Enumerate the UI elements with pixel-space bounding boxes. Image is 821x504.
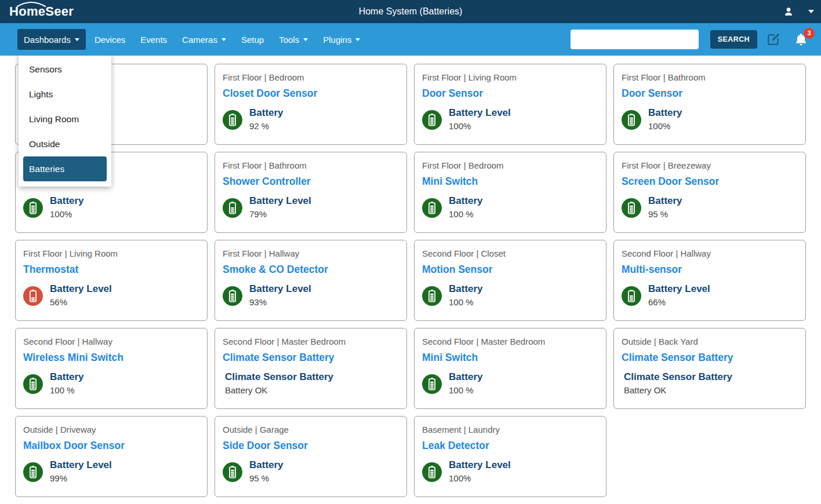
battery-icon (223, 286, 242, 306)
search-button[interactable]: SEARCH (710, 30, 757, 49)
device-card[interactable]: First Floor | Breezeway Screen Door Sens… (613, 152, 806, 233)
battery-value: Battery OK (624, 385, 732, 397)
battery-icon (622, 198, 641, 218)
nav-item-devices[interactable]: Devices (88, 29, 132, 50)
device-card[interactable]: Second Floor | Hallway Multi-sensor Batt… (613, 240, 806, 321)
user-account-icon[interactable] (783, 6, 794, 17)
battery-label: Battery Level (449, 107, 511, 120)
battery-icon (223, 110, 242, 130)
nav-item-label: Setup (241, 35, 264, 45)
device-card[interactable]: First Floor | Hallway Smoke & CO Detecto… (215, 240, 407, 321)
nav-item-label: Tools (279, 35, 299, 45)
device-name[interactable]: Mini Switch (422, 176, 599, 189)
device-card[interactable]: Second Floor | Master Bedroom Climate Se… (215, 328, 407, 409)
battery-status-row: Climate Sensor Battery Battery OK (223, 371, 399, 397)
device-location: Second Floor | Master Bedroom (422, 337, 599, 348)
device-location: Second Floor | Hallway (622, 249, 798, 260)
device-location: First Floor | Bathroom (223, 160, 399, 172)
homeseer-logo[interactable]: HomeSeer (9, 4, 74, 19)
nav-item-setup[interactable]: Setup (235, 29, 270, 50)
device-name[interactable]: Leak Detector (422, 440, 599, 454)
device-card[interactable]: First Floor | Bedroom Mini Switch Batter… (414, 152, 606, 233)
notification-count-badge: 3 (804, 28, 815, 39)
battery-label: Battery Level (449, 459, 511, 472)
chevron-down-icon (303, 38, 308, 41)
nav-item-dashboards[interactable]: Dashboards (17, 29, 86, 50)
battery-value: 100 % (449, 385, 483, 397)
edit-dashboard-icon[interactable] (766, 32, 781, 47)
battery-icon (23, 286, 43, 306)
device-card[interactable]: Second Floor | Hallway Wireless Mini Swi… (15, 328, 208, 409)
device-card[interactable]: First Floor | Bathroom Shower Controller… (215, 152, 407, 233)
device-name[interactable]: Door Sensor (422, 87, 599, 101)
device-location: First Floor | Living Room (422, 72, 599, 84)
battery-value: Battery OK (225, 385, 333, 397)
battery-label: Battery (50, 371, 84, 384)
battery-label: Battery (249, 107, 284, 120)
device-name[interactable]: Climate Sensor Battery (622, 352, 798, 366)
chevron-down-icon (355, 38, 360, 41)
battery-value: 100% (50, 209, 84, 221)
nav-item-label: Plugins (323, 35, 351, 45)
device-location: First Floor | Bedroom (223, 72, 399, 84)
device-card[interactable]: Outside | Back Yard Climate Sensor Batte… (613, 328, 806, 409)
battery-status-row: Battery 100 % (422, 371, 599, 397)
battery-label: Battery Level (50, 283, 112, 296)
battery-status-row: Battery 100 % (422, 195, 599, 221)
nav-item-events[interactable]: Events (134, 29, 173, 50)
dashboard-menu-item-living-room[interactable]: Living Room (23, 107, 107, 132)
device-location: First Floor | Living Room (23, 249, 200, 260)
device-card[interactable]: Basement | Laundry Leak Detector Battery… (414, 416, 606, 497)
device-name[interactable]: Smoke & CO Detector (223, 264, 399, 277)
battery-value: 79% (249, 209, 311, 221)
device-card[interactable]: Outside | Driveway Mailbox Door Sensor B… (15, 416, 208, 497)
device-name[interactable]: Door Sensor (622, 87, 798, 101)
battery-icon (23, 374, 43, 394)
device-location: First Floor | Breezeway (622, 160, 798, 172)
device-name[interactable]: Mailbox Door Sensor (23, 440, 200, 454)
device-name[interactable]: Thermostat (23, 264, 200, 277)
main-nav-bar: Dashboards Devices Events Cameras Setup … (0, 23, 821, 56)
nav-item-plugins[interactable]: Plugins (317, 29, 366, 50)
device-card[interactable]: First Floor | Bathroom Door Sensor Batte… (613, 64, 806, 145)
nav-item-cameras[interactable]: Cameras (176, 29, 233, 50)
dashboard-menu-item-lights[interactable]: Lights (23, 82, 107, 107)
device-card[interactable]: Outside | Garage Side Door Sensor Batter… (215, 416, 407, 497)
device-name[interactable]: Screen Door Sensor (622, 176, 798, 189)
search-input[interactable] (571, 30, 699, 49)
dashboard-menu-item-sensors[interactable]: Sensors (23, 57, 107, 82)
battery-icon (223, 462, 242, 482)
battery-icon (223, 198, 242, 218)
device-card[interactable]: Second Floor | Master Bedroom Mini Switc… (414, 328, 606, 409)
battery-label: Battery Level (50, 459, 112, 472)
account-dropdown-caret-icon[interactable] (808, 10, 814, 13)
battery-value: 100% (449, 121, 511, 133)
nav-item-label: Devices (95, 35, 125, 45)
dashboard-menu-item-outside[interactable]: Outside (23, 132, 107, 156)
device-location: Outside | Back Yard (622, 337, 798, 348)
dashboard-menu-item-batteries[interactable]: Batteries (23, 156, 107, 181)
main-nav: Dashboards Devices Events Cameras Setup … (17, 29, 369, 50)
device-card[interactable]: First Floor | Living Room Door Sensor Ba… (414, 64, 606, 145)
battery-value: 100 % (449, 297, 483, 309)
battery-value: 100 % (50, 385, 84, 397)
device-name[interactable]: Shower Controller (223, 176, 399, 189)
device-card[interactable]: First Floor | Bedroom Closet Door Sensor… (215, 64, 407, 145)
battery-label: Battery (449, 195, 483, 208)
notifications-bell-icon[interactable]: 3 (794, 32, 808, 47)
battery-icon (23, 462, 43, 482)
battery-value: 93% (249, 297, 311, 309)
battery-status-row: Battery Level 56% (23, 283, 200, 309)
device-name[interactable]: Motion Sensor (422, 264, 599, 277)
device-card[interactable]: First Floor | Living Room Thermostat Bat… (15, 240, 208, 321)
device-name[interactable]: Climate Sensor Battery (223, 352, 399, 366)
device-name[interactable]: Side Door Sensor (223, 440, 399, 454)
device-name[interactable]: Mini Switch (422, 352, 599, 366)
battery-value: 66% (648, 297, 710, 309)
battery-status-row: Battery 100 % (422, 283, 599, 309)
device-card[interactable]: Second Floor | Closet Motion Sensor Batt… (414, 240, 606, 321)
device-name[interactable]: Closet Door Sensor (223, 87, 399, 101)
device-name[interactable]: Wireless Mini Switch (23, 352, 200, 366)
nav-item-tools[interactable]: Tools (273, 29, 314, 50)
device-name[interactable]: Multi-sensor (622, 264, 798, 277)
